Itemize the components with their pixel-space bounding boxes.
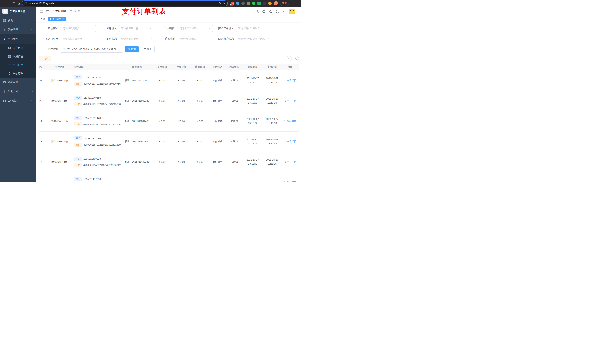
- fee-amount: ¥ 0.00: [178, 161, 185, 163]
- export-button[interactable]: 导出: [39, 56, 51, 61]
- date-end-value[interactable]: 2021-10-31 23:59:59: [94, 48, 117, 51]
- view-detail-link[interactable]: 查看详情: [284, 79, 296, 82]
- browser-profile-avatar[interactable]: [274, 1, 278, 5]
- browser-refresh-button[interactable]: [11, 1, 16, 6]
- filter-control[interactable]: 请选择所属商户: [61, 25, 96, 32]
- dashboard-icon: [3, 19, 6, 22]
- filter-control[interactable]: 请选择支付状态: [119, 35, 154, 42]
- pay-time: [263, 172, 281, 182]
- site-info-icon[interactable]: [24, 2, 27, 5]
- filter-form: 所属商户 请选择所属商户 应用编号 请选择应用信息 渠道编码 请输入渠道编码 商…: [39, 25, 299, 52]
- app-logo[interactable]: 芋道管理系统: [0, 7, 36, 16]
- extension-icon[interactable]: [258, 2, 261, 5]
- toggle-search-button[interactable]: [287, 56, 292, 61]
- browser-forward-button[interactable]: →: [7, 1, 11, 6]
- download-icon: [41, 57, 43, 60]
- close-icon[interactable]: ×: [62, 18, 64, 20]
- breadcrumb-payment[interactable]: 支付管理: [55, 10, 66, 13]
- view-detail-link[interactable]: 查看详情: [284, 119, 296, 123]
- pay-time: 2021-10-2713:22:15: [263, 70, 281, 91]
- sidebar-item-dev-tools[interactable]: 研发工具: [0, 87, 36, 96]
- filter-create-time: 创建时间 2021-10-01 00:00:00 - 2021-10-31 23…: [39, 46, 299, 52]
- view-detail-link[interactable]: 查看详情: [284, 160, 296, 164]
- pay-status: 支付成功: [213, 140, 222, 143]
- gear-icon: [3, 29, 6, 31]
- product-title: 标题：1635311468233: [125, 160, 149, 163]
- product-title: 标题：1635311949168: [125, 99, 149, 102]
- browser-home-button[interactable]: [16, 1, 21, 6]
- order-id: 21: [39, 79, 42, 82]
- extension-icon[interactable]: [263, 2, 266, 5]
- merchant-order-no: 1635311468233: [84, 157, 101, 160]
- extension-icon[interactable]: [268, 2, 272, 5]
- filter-control[interactable]: 请输入渠道订单号: [61, 35, 96, 42]
- placeholder-text: 请选择所属商户: [63, 27, 94, 30]
- share-icon[interactable]: [218, 2, 221, 5]
- tab-pay-order[interactable]: 支付订单 ×: [48, 17, 65, 21]
- search-icon: [288, 57, 290, 60]
- merchant-tag: 商户: [74, 157, 82, 161]
- extension-icon[interactable]: 10: [231, 2, 234, 5]
- monitor-icon: [3, 81, 6, 83]
- fullscreen-icon[interactable]: [276, 10, 279, 13]
- search-icon: [284, 181, 286, 182]
- sidebar-item-workflow[interactable]: 工作流程: [0, 96, 36, 105]
- sidebar-item-merchant-info[interactable]: 商户信息: [0, 44, 36, 52]
- refund-amount: ¥ 0.00: [197, 100, 203, 102]
- notify-status: 未通知: [231, 160, 238, 163]
- extension-icon[interactable]: ✓: [252, 2, 256, 5]
- filter-control[interactable]: 请输入商户订单编号: [236, 25, 271, 32]
- table-row: 19 微信 JSAPI 支付 商户 1635311881440 支付 42000…: [39, 111, 299, 131]
- url-text[interactable]: localhost:1024/pay/order: [29, 2, 217, 5]
- right-toolbar: [287, 56, 299, 61]
- channel-order-no: 4200001167202110271022491439: [84, 143, 121, 146]
- merchant-order-no: 1635312124657: [84, 76, 101, 79]
- product-title: 标题：1635312124656: [125, 79, 149, 82]
- merchant-order-no: 1635311949168: [84, 96, 101, 99]
- tab-home[interactable]: 首页: [39, 17, 47, 21]
- view-detail-link[interactable]: 查看详情: [284, 180, 296, 182]
- filter-refund-status: 退款状态 请选择退款状态: [156, 35, 214, 42]
- bookmark-star-icon[interactable]: [223, 2, 225, 5]
- sidebar-item-payment[interactable]: ¥ 支付管理: [0, 34, 36, 44]
- font-size-icon[interactable]: TT: [283, 10, 286, 13]
- help-icon[interactable]: [269, 10, 272, 13]
- lock-icon: [3, 90, 6, 93]
- filter-control[interactable]: 请选择退款状态: [178, 35, 213, 42]
- browser-back-button[interactable]: ←: [2, 1, 7, 6]
- extension-icon[interactable]: [241, 2, 245, 5]
- address-bar[interactable]: localhost:1024/pay/order: [22, 1, 227, 6]
- sidebar-item-system[interactable]: 系统管理: [0, 25, 36, 34]
- view-detail-link[interactable]: 查看详情: [284, 140, 296, 143]
- github-icon[interactable]: [262, 10, 266, 13]
- search-icon[interactable]: [256, 10, 259, 13]
- search-icon: [128, 48, 130, 50]
- view-detail-link[interactable]: 查看详情: [284, 99, 296, 103]
- sidebar-item-home[interactable]: 首页: [0, 16, 36, 25]
- filter-control[interactable]: 请选择订单回调商户状态: [236, 35, 271, 42]
- browser-menu-icon[interactable]: ⋮: [291, 2, 293, 5]
- filter-control[interactable]: 请输入渠道编码: [178, 25, 213, 32]
- sidebar-item-refund-order[interactable]: 退款订单: [0, 69, 36, 78]
- sidebar-item-pay-order[interactable]: 支付订单: [0, 61, 36, 69]
- browser-update-button[interactable]: 更新: [280, 1, 289, 6]
- search-button[interactable]: 搜索: [125, 46, 139, 52]
- sidebar-item-infra[interactable]: 基础设施: [0, 78, 36, 87]
- filter-control[interactable]: 请选择应用信息: [119, 25, 154, 32]
- avatar[interactable]: [289, 9, 295, 14]
- date-range-input[interactable]: 2021-10-01 00:00:00 - 2021-10-31 23:59:5…: [61, 46, 123, 52]
- extension-icon[interactable]: [236, 2, 239, 5]
- sidebar-toggle-icon[interactable]: [39, 10, 43, 13]
- app-title: 芋道管理系统: [10, 10, 25, 13]
- pay-channel: 微信 JSAPI 支付: [51, 120, 68, 123]
- date-start-value[interactable]: 2021-10-01 00:00:00: [66, 48, 89, 51]
- table-header: 编号 支付渠道 支付订单 商品标题 支付金额 手续金额 退款金额 支付状态 回调…: [39, 64, 299, 70]
- avatar-dropdown-caret[interactable]: [297, 11, 298, 12]
- sidebar-item-app-info[interactable]: 应用信息: [0, 52, 36, 61]
- extension-icon[interactable]: [247, 2, 250, 5]
- reset-button[interactable]: 重置: [141, 46, 155, 52]
- refresh-table-button[interactable]: [294, 56, 299, 61]
- pay-tag: 支付: [74, 82, 82, 86]
- briefcase-icon: [3, 100, 6, 102]
- breadcrumb-home[interactable]: 首页: [46, 10, 51, 13]
